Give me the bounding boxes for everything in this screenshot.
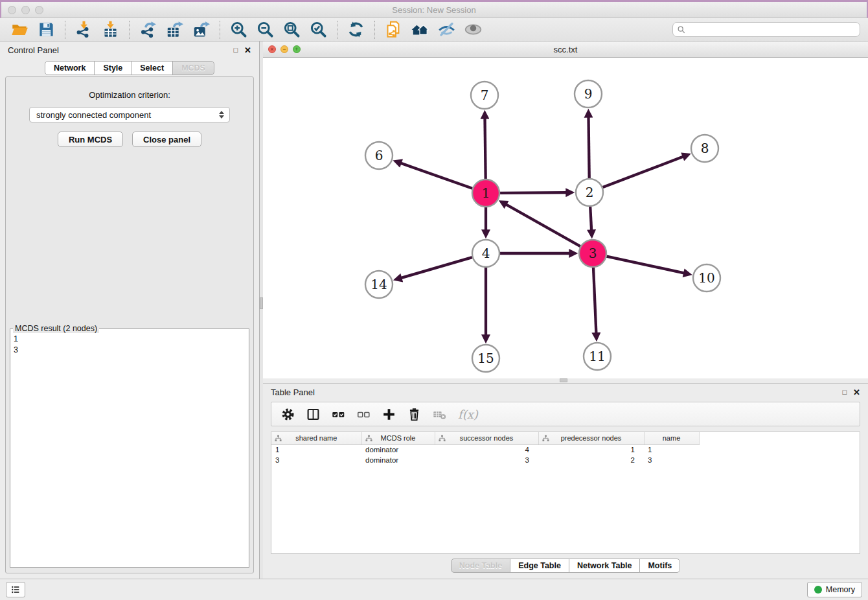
run-mcds-button[interactable]: Run MCDS [58, 132, 123, 147]
tab-mcds[interactable]: MCDS [172, 61, 214, 75]
column-header-shared-name[interactable]: shared name [271, 432, 361, 444]
cell-name[interactable]: 1 [644, 444, 699, 455]
node-2[interactable]: 2 [576, 179, 603, 206]
close-table-panel-icon[interactable]: ✕ [853, 387, 860, 397]
node-10[interactable]: 10 [693, 264, 720, 292]
delete-column-button[interactable] [404, 406, 424, 422]
window-titlebar: Session: New Session [0, 2, 868, 18]
tab-network[interactable]: Network [45, 61, 95, 75]
export-image-button[interactable] [190, 19, 212, 40]
node-14[interactable]: 14 [365, 271, 393, 298]
export-network-button[interactable] [137, 19, 159, 40]
edge-4-14[interactable] [402, 257, 472, 278]
hide-panels-button[interactable] [435, 19, 458, 40]
column-header-MCDS-role[interactable]: MCDS role [361, 432, 435, 444]
memory-button[interactable]: Memory [807, 582, 862, 597]
cell-MCDS-role[interactable]: dominator [361, 455, 435, 465]
node-8[interactable]: 8 [691, 135, 718, 162]
cell-successor-nodes[interactable]: 4 [435, 444, 538, 455]
network-from-file-button[interactable] [382, 19, 405, 40]
edge-1-6[interactable] [401, 163, 472, 189]
edge-3-10[interactable] [607, 257, 684, 273]
cell-predecessor-nodes[interactable]: 1 [538, 444, 644, 455]
table-settings-button[interactable] [278, 406, 298, 422]
close-window-button[interactable] [8, 6, 16, 14]
import-network-button[interactable] [73, 19, 95, 40]
network-close-button[interactable]: × [268, 45, 276, 53]
toggle-panel-columns-button[interactable] [303, 406, 323, 422]
cell-successor-nodes[interactable]: 3 [435, 455, 538, 465]
edge-2-3[interactable] [590, 207, 591, 230]
node-table[interactable]: shared nameMCDS rolesuccessor nodesprede… [271, 432, 860, 554]
network-window-titlebar[interactable]: × − + scc.txt [263, 41, 868, 58]
cell-name[interactable]: 3 [644, 455, 699, 465]
task-history-button[interactable] [6, 582, 25, 597]
edge-2-9[interactable] [589, 117, 589, 178]
add-column-button[interactable] [379, 406, 399, 422]
search-box[interactable] [672, 22, 860, 37]
node-9[interactable]: 9 [575, 80, 602, 108]
close-panel-icon[interactable]: ✕ [244, 45, 251, 55]
edge-1-2[interactable] [500, 192, 566, 193]
close-panel-button[interactable]: Close panel [132, 132, 201, 147]
float-table-panel-icon[interactable]: □ [842, 388, 847, 396]
delete-column-icon [407, 408, 421, 421]
maximize-window-button[interactable] [35, 6, 43, 14]
minimize-window-button[interactable] [21, 6, 30, 14]
zoom-out-button[interactable] [254, 19, 277, 40]
edge-2-8[interactable] [603, 157, 683, 187]
table-row[interactable]: 1dominator411 [271, 444, 860, 455]
zoom-in-button[interactable] [227, 19, 250, 40]
node-15[interactable]: 15 [472, 345, 499, 372]
zoom-fit-button[interactable] [280, 19, 303, 40]
select-all-button[interactable] [328, 406, 348, 422]
edge-3-1[interactable] [506, 205, 580, 247]
open-file-button[interactable] [8, 19, 31, 40]
tab-node-table[interactable]: Node Table [451, 559, 510, 573]
home-button[interactable] [409, 19, 431, 40]
edge-3-11[interactable] [593, 268, 596, 333]
criterion-dropdown[interactable]: strongly connected component [29, 107, 230, 122]
control-panel-header: Control Panel □ ✕ [0, 41, 259, 58]
cell-predecessor-nodes[interactable]: 2 [538, 455, 644, 465]
zoom-selected-button[interactable] [307, 19, 330, 40]
svg-text:7: 7 [481, 87, 489, 103]
float-panel-icon[interactable]: □ [233, 46, 238, 54]
delete-table-icon [433, 408, 446, 421]
table-row[interactable]: 3dominator323 [271, 455, 860, 465]
node-1[interactable]: 1 [472, 179, 499, 207]
optimization-criterion-label: Optimization criterion: [6, 90, 253, 100]
import-table-button[interactable] [99, 19, 122, 40]
cell-shared-name[interactable]: 1 [271, 444, 361, 455]
deselect-all-button[interactable] [354, 406, 374, 422]
tab-style[interactable]: Style [94, 61, 131, 75]
node-3[interactable]: 3 [579, 240, 606, 267]
network-canvas[interactable]: 7968124314101511 [263, 58, 868, 378]
search-input[interactable] [689, 25, 856, 34]
tab-edge-table[interactable]: Edge Table [510, 559, 569, 573]
control-panel-title: Control Panel [8, 45, 59, 55]
control-panel-tabs: NetworkStyleSelectMCDS [0, 58, 259, 75]
save-session-button[interactable] [35, 19, 58, 40]
toolbar-separator [220, 21, 220, 39]
network-maximize-button[interactable]: + [293, 45, 301, 53]
column-header-predecessor-nodes[interactable]: predecessor nodes [538, 432, 644, 444]
tab-network-table[interactable]: Network Table [569, 559, 641, 573]
refresh-button[interactable] [345, 19, 367, 40]
node-4[interactable]: 4 [472, 240, 499, 267]
splitter-grip-h[interactable] [560, 378, 567, 382]
tab-select[interactable]: Select [131, 61, 173, 75]
show-graphics-details-button[interactable] [462, 19, 485, 40]
cell-shared-name[interactable]: 3 [271, 455, 361, 465]
cell-MCDS-role[interactable]: dominator [361, 444, 435, 455]
network-minimize-button[interactable]: − [280, 45, 288, 53]
tab-motifs[interactable]: Motifs [639, 559, 680, 573]
export-table-button[interactable] [163, 19, 186, 40]
node-6[interactable]: 6 [365, 142, 393, 169]
column-header-successor-nodes[interactable]: successor nodes [435, 432, 538, 444]
node-11[interactable]: 11 [584, 343, 611, 370]
node-7[interactable]: 7 [471, 82, 498, 109]
column-header-name[interactable]: name [644, 432, 699, 444]
horizontal-splitter[interactable] [263, 378, 868, 383]
edge-1-7[interactable] [485, 119, 486, 179]
